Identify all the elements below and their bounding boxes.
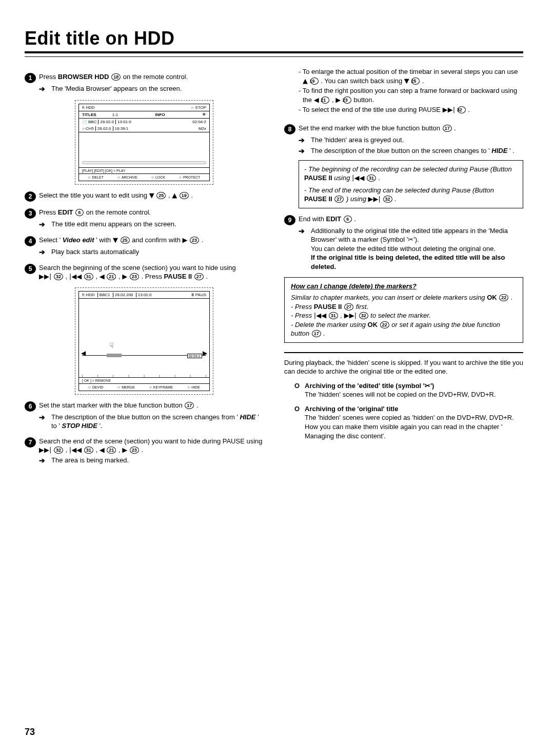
up-icon: ▲: [172, 191, 177, 199]
right-column: - To enlarge the actual position of the …: [284, 66, 523, 467]
archiving-edited: O Archiving of the 'edited' title (symbo…: [294, 381, 523, 399]
step-1: 1 Press BROWSER HDD 18 on the remote con…: [25, 72, 264, 83]
arrow-icon: ➔: [39, 247, 51, 257]
step-6: 6 Set the start marker with the blue fun…: [25, 401, 264, 412]
step-8: 8 Set the end marker with the blue funct…: [284, 124, 523, 134]
bullet-icon: O: [294, 381, 305, 399]
timeline: ☟ ◀ 02:04:2 ▶: [82, 355, 206, 371]
note-step-frame: - To find the right position you can ste…: [299, 86, 523, 104]
sub-8a: ➔ The 'hidden' area is greyed out.: [299, 135, 523, 145]
screen-diagram-1: ⎘ HDD STOP TITLES 1-1 INFO 👁 📄 BBC: [75, 100, 213, 185]
progress-bar: [82, 161, 206, 164]
hand-icon: ☟: [109, 341, 114, 350]
screen-diagram-2: ⎘ HDD BBC1 28.02.200 13:01:0 ⏸ PAUS ☟: [75, 287, 213, 395]
sub-3a: ➔ The title edit menu appears on the scr…: [39, 220, 264, 229]
sub-7a: ➔ The area is being marked.: [39, 456, 264, 466]
sub-9a: ➔ Additionally to the original title the…: [299, 226, 523, 272]
ref: 18: [111, 73, 121, 81]
note-enlarge: - To enlarge the actual position of the …: [299, 67, 523, 85]
page-number: 73: [25, 727, 35, 738]
step-3: 3 Press EDIT 6 on the remote control.: [25, 208, 264, 219]
sub-4a: ➔ Play back starts automatically: [39, 247, 264, 257]
step-4: 4 Select ' Video edit ' with ▼ 25 and co…: [25, 236, 264, 246]
down-icon: ▼: [149, 191, 154, 199]
bullet-icon: O: [294, 404, 305, 440]
closing-para: During playback, the 'hidden' scene is s…: [284, 358, 523, 376]
step-9: 9 End with EDIT 6 .: [284, 215, 523, 225]
arrow-icon: ➔: [299, 135, 311, 145]
arrow-icon: ➔: [299, 146, 311, 156]
arrow-icon: ➔: [39, 220, 51, 229]
sub-6a: ➔ The description of the blue button on …: [39, 413, 264, 431]
rule-thick: [25, 51, 523, 53]
arrow-icon: ➔: [39, 456, 51, 466]
markers-faq-box: How can I change (delete) the markers? S…: [284, 277, 523, 342]
sub-1a: ➔ The 'Media Browser' appears on the scr…: [39, 84, 264, 94]
step-2: 2 Select the title you want to edit usin…: [25, 191, 264, 202]
section-rule: [284, 352, 523, 353]
step-7: 7 Search the end of the scene (section) …: [25, 437, 264, 455]
button-label: BROWSER HDD: [58, 73, 109, 81]
step-num: 1: [25, 73, 36, 83]
note-select-end: - To select the end of the title use dur…: [299, 105, 523, 114]
arrow-icon: ➔: [39, 84, 51, 94]
pause-note-box: - The beginning of the recording can be …: [299, 160, 523, 208]
step-5: 5 Search the beginning of the scene (sec…: [25, 263, 264, 281]
sub-8b: ➔ The description of the blue button on …: [299, 146, 523, 156]
archiving-original: O Archiving of the 'original' title The …: [294, 404, 523, 440]
page-title: Edit title on HDD: [25, 28, 523, 49]
left-column: 1 Press BROWSER HDD 18 on the remote con…: [25, 66, 264, 467]
page: Edit title on HDD 1 Press BROWSER HDD 18…: [0, 0, 554, 756]
arrow-icon: ➔: [39, 413, 51, 431]
rule-thin: [25, 56, 523, 57]
columns: 1 Press BROWSER HDD 18 on the remote con…: [25, 66, 523, 467]
arrow-icon: ➔: [299, 226, 311, 272]
